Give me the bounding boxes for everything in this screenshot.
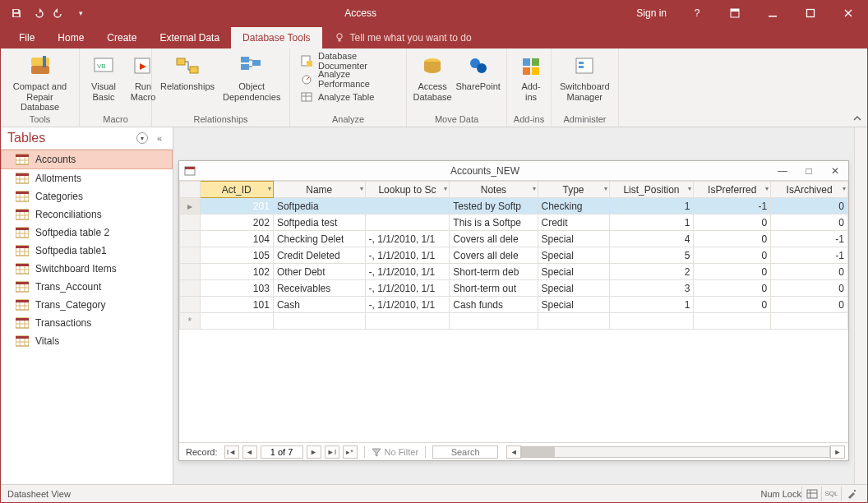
- cell-ispreferred[interactable]: 0: [694, 215, 771, 231]
- cell-type[interactable]: Special: [538, 264, 609, 280]
- tab-create[interactable]: Create: [95, 27, 148, 48]
- row-selector[interactable]: [180, 280, 201, 297]
- nav-item-categories[interactable]: Categories: [1, 187, 173, 205]
- nav-item-softpedia-table-2[interactable]: Softpedia table 2: [1, 224, 173, 242]
- view-sql-icon[interactable]: SQL: [821, 487, 841, 501]
- collapse-ribbon-icon[interactable]: [852, 113, 862, 123]
- nav-item-trans_account[interactable]: Trans_Account: [1, 278, 173, 296]
- cell-isarchived[interactable]: 0: [771, 264, 848, 280]
- view-datasheet-icon[interactable]: [801, 487, 821, 501]
- column-dropdown-icon[interactable]: ▾: [268, 185, 271, 192]
- cell-lookup[interactable]: -, 1/1/2010, 1/1: [365, 280, 450, 297]
- cell-list-position[interactable]: 2: [609, 264, 694, 280]
- cell-lookup[interactable]: [365, 215, 450, 231]
- cell-notes[interactable]: Cash funds: [450, 297, 538, 313]
- maximize-icon[interactable]: [792, 1, 829, 25]
- cell-name[interactable]: Softpedia test: [273, 215, 365, 231]
- minimize-icon[interactable]: [754, 1, 792, 25]
- cell-name[interactable]: Receivables: [273, 280, 365, 297]
- cell-type[interactable]: Checking: [538, 198, 609, 215]
- table-row[interactable]: 105Credit Deleted-, 1/1/2010, 1/1Covers …: [180, 247, 848, 264]
- sign-in-link[interactable]: Sign in: [625, 7, 678, 19]
- row-selector[interactable]: ▸: [180, 198, 201, 215]
- cell-notes[interactable]: Tested by Softp: [450, 198, 538, 215]
- relationships-button[interactable]: Relationships: [157, 52, 218, 94]
- row-selector[interactable]: [180, 297, 201, 313]
- table-row[interactable]: 102Other Debt-, 1/1/2010, 1/1Short-term …: [180, 264, 848, 280]
- visual-basic-button[interactable]: VB Visual Basic: [85, 52, 122, 104]
- mdi-vertical-scrollbar[interactable]: [854, 127, 867, 484]
- column-dropdown-icon[interactable]: ▾: [444, 185, 447, 192]
- record-new-icon[interactable]: ▸*: [343, 445, 358, 459]
- view-design-icon[interactable]: [841, 487, 861, 501]
- analyze-performance-button[interactable]: Analyze Performance: [295, 70, 401, 88]
- cell-act-id[interactable]: 103: [200, 280, 273, 297]
- nav-filter-dropdown-icon[interactable]: ▾: [136, 132, 148, 144]
- datasheet-horizontal-scrollbar[interactable]: ◄►: [506, 445, 845, 459]
- column-header-lookup-to-sc[interactable]: Lookup to Sc▾: [365, 182, 450, 198]
- tell-me-search[interactable]: Tell me what you want to do: [322, 27, 483, 48]
- tab-database-tools[interactable]: Database Tools: [231, 27, 322, 48]
- cell-ispreferred[interactable]: 0: [694, 231, 771, 247]
- table-row[interactable]: 202Softpedia testThis is a SoftpeCredit1…: [180, 215, 848, 231]
- cell-lookup[interactable]: -, 1/1/2010, 1/1: [365, 297, 450, 313]
- row-selector[interactable]: [180, 231, 201, 247]
- table-row[interactable]: 101Cash-, 1/1/2010, 1/1Cash fundsSpecial…: [180, 297, 848, 313]
- nav-item-switchboard-items[interactable]: Switchboard Items: [1, 260, 173, 278]
- add-ins-button[interactable]: Add- ins: [512, 52, 550, 104]
- column-header-ispreferred[interactable]: IsPreferred▾: [694, 182, 771, 198]
- cell-lookup[interactable]: -, 1/1/2010, 1/1: [365, 231, 450, 247]
- cell-list-position[interactable]: 3: [609, 280, 694, 297]
- record-next-icon[interactable]: ►: [307, 445, 321, 459]
- tab-file[interactable]: File: [7, 27, 46, 48]
- cell-notes[interactable]: Short-term deb: [450, 264, 538, 280]
- cell-act-id[interactable]: 201: [200, 198, 273, 215]
- cell-act-id[interactable]: 104: [200, 231, 273, 247]
- cell-list-position[interactable]: 1: [609, 215, 694, 231]
- analyze-table-button[interactable]: Analyze Table: [295, 88, 401, 106]
- row-selector[interactable]: [180, 215, 201, 231]
- column-header-type[interactable]: Type▾: [538, 182, 609, 198]
- nav-shutter-icon[interactable]: «: [153, 133, 166, 143]
- nav-item-allotments[interactable]: Allotments: [1, 169, 173, 187]
- cell-isarchived[interactable]: -1: [771, 231, 848, 247]
- subwindow-system-icon[interactable]: [179, 165, 201, 177]
- cell-type[interactable]: Special: [538, 280, 609, 297]
- cell-type[interactable]: Special: [538, 297, 609, 313]
- close-icon[interactable]: [829, 1, 867, 25]
- cell-act-id[interactable]: 105: [200, 247, 273, 264]
- cell-name[interactable]: Checking Delet: [273, 231, 365, 247]
- cell-list-position[interactable]: 4: [609, 231, 694, 247]
- table-row[interactable]: 104Checking Delet-, 1/1/2010, 1/1Covers …: [180, 231, 848, 247]
- cell-ispreferred[interactable]: 0: [694, 297, 771, 313]
- cell-notes[interactable]: Short-term out: [450, 280, 538, 297]
- new-record-row[interactable]: *: [180, 313, 848, 330]
- redo-icon[interactable]: [50, 4, 68, 22]
- access-database-button[interactable]: Access Database: [412, 52, 453, 104]
- help-icon[interactable]: ?: [678, 1, 716, 25]
- cell-ispreferred[interactable]: 0: [694, 280, 771, 297]
- nav-item-transactions[interactable]: Transactions: [1, 314, 173, 332]
- nav-item-vitals[interactable]: Vitals: [1, 332, 173, 350]
- table-row[interactable]: 103Receivables-, 1/1/2010, 1/1Short-term…: [180, 280, 848, 297]
- column-dropdown-icon[interactable]: ▾: [688, 185, 691, 192]
- tab-home[interactable]: Home: [46, 27, 95, 48]
- cell-ispreferred[interactable]: 0: [694, 264, 771, 280]
- qat-customize-icon[interactable]: ▾: [72, 4, 90, 22]
- column-header-name[interactable]: Name▾: [273, 182, 365, 198]
- compact-repair-button[interactable]: Compact and Repair Database: [6, 52, 74, 114]
- column-dropdown-icon[interactable]: ▾: [843, 185, 846, 192]
- cell-lookup[interactable]: -, 1/1/2010, 1/1: [365, 264, 450, 280]
- datasheet-grid[interactable]: Act_ID▾Name▾Lookup to Sc▾Notes▾Type▾List…: [179, 181, 848, 330]
- no-filter-label[interactable]: No Filter: [385, 447, 419, 457]
- cell-lookup[interactable]: -, 1/1/2010, 1/1: [365, 247, 450, 264]
- database-documenter-button[interactable]: Database Documenter: [295, 52, 401, 70]
- cell-notes[interactable]: Covers all dele: [450, 231, 538, 247]
- cell-type[interactable]: Special: [538, 247, 609, 264]
- undo-icon[interactable]: [29, 4, 47, 22]
- nav-header[interactable]: Tables: [7, 131, 136, 145]
- save-icon[interactable]: [7, 4, 25, 22]
- tab-external-data[interactable]: External Data: [148, 27, 231, 48]
- column-dropdown-icon[interactable]: ▾: [765, 185, 769, 192]
- cell-ispreferred[interactable]: 0: [694, 247, 771, 264]
